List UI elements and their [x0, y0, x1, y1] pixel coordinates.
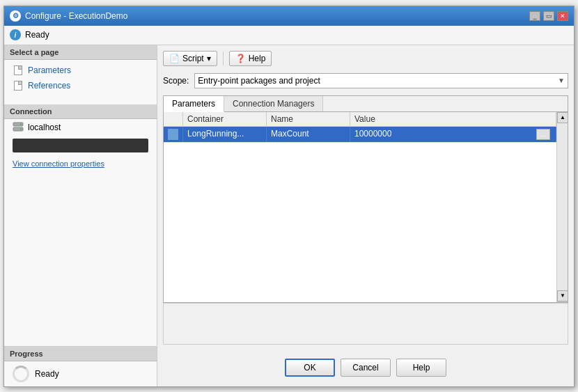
status-text: Ready [25, 30, 49, 40]
view-connection-link[interactable]: View connection properties [4, 155, 157, 172]
script-label: Script [182, 54, 204, 63]
connection-server-row: localhost [4, 119, 157, 136]
progress-section: Progress Ready [4, 346, 157, 386]
sidebar-references-label: References [28, 81, 70, 91]
help-label: Help [249, 54, 266, 63]
main-content: Select a page Parameters References C [4, 45, 574, 386]
toolbar: 📄 Script ▾ ❓ Help [163, 51, 568, 66]
scope-value: Entry-point packages and project [198, 76, 320, 86]
row-container: LongRunning... [183, 127, 267, 142]
spinner-icon [13, 366, 29, 382]
tab-content-wrapper: Container Name Value LongRunning... MaxC… [164, 112, 568, 302]
help-icon: ❓ [235, 54, 246, 63]
script-dropdown-arrow: ▾ [207, 54, 211, 63]
tab-container: Parameters Connection Managers Container… [163, 95, 568, 303]
svg-point-3 [20, 128, 22, 130]
row-selected-indicator [168, 129, 178, 140]
window-title: Configure - ExecutionDemo [25, 11, 127, 21]
title-bar: ⚙ Configure - ExecutionDemo _ ▭ ✕ [4, 6, 574, 26]
col-indicator [164, 112, 183, 126]
close-button[interactable]: ✕ [557, 11, 568, 21]
help-dialog-button[interactable]: Help [396, 359, 446, 377]
ellipsis-button[interactable]: ... [536, 129, 550, 140]
scope-label: Scope: [163, 76, 189, 86]
script-icon: 📄 [169, 54, 180, 63]
help-button[interactable]: ❓ Help [229, 51, 272, 66]
tab-content: Container Name Value LongRunning... MaxC… [164, 112, 556, 302]
restore-button[interactable]: ▭ [543, 11, 554, 21]
tab-parameters[interactable]: Parameters [164, 96, 224, 112]
right-panel: 📄 Script ▾ ❓ Help Scope: Entry-point pac… [157, 45, 574, 386]
connection-section: Connection localhost View connection pro… [4, 104, 157, 343]
row-value-text: 10000000 [354, 129, 391, 139]
app-icon: ⚙ [10, 10, 21, 22]
cancel-label: Cancel [352, 363, 378, 373]
tab-header: Parameters Connection Managers [164, 96, 568, 112]
tab-connection-managers[interactable]: Connection Managers [224, 96, 323, 111]
col-name: Name [267, 112, 350, 126]
cancel-button[interactable]: Cancel [341, 359, 391, 377]
table-scrollbar[interactable]: ▲ ▼ [556, 112, 568, 302]
sidebar: Select a page Parameters References C [4, 45, 157, 386]
col-value: Value [350, 112, 556, 126]
table-row[interactable]: LongRunning... MaxCount 10000000 ... [164, 127, 556, 143]
progress-status: Ready [35, 369, 59, 379]
scroll-down-arrow[interactable]: ▼ [557, 290, 568, 301]
row-value: 10000000 ... [350, 127, 556, 142]
status-bar: i Ready [4, 26, 574, 45]
table-empty-area [164, 143, 556, 302]
help-dialog-label: Help [413, 363, 430, 373]
connection-password-field[interactable] [13, 139, 148, 152]
select-page-title: Select a page [4, 45, 157, 60]
sidebar-items: Parameters References [4, 60, 157, 96]
sidebar-item-references[interactable]: References [4, 78, 157, 93]
svg-point-2 [20, 123, 22, 125]
title-bar-left: ⚙ Configure - ExecutionDemo [10, 10, 127, 22]
sidebar-parameters-label: Parameters [28, 65, 71, 75]
server-icon [13, 122, 24, 133]
table-header: Container Name Value [164, 112, 556, 127]
scroll-track[interactable] [557, 123, 568, 290]
connection-server-name: localhost [28, 123, 61, 132]
progress-item: Ready [4, 361, 157, 386]
scope-row: Scope: Entry-point packages and project … [163, 73, 568, 88]
sidebar-item-parameters[interactable]: Parameters [4, 63, 157, 78]
scope-dropdown[interactable]: Entry-point packages and project ▼ [194, 73, 568, 88]
main-window: ⚙ Configure - ExecutionDemo _ ▭ ✕ i Read… [3, 6, 575, 387]
toolbar-separator [223, 52, 224, 65]
row-indicator-cell [164, 127, 183, 142]
info-icon: i [10, 29, 21, 40]
scope-dropdown-arrow: ▼ [558, 77, 565, 84]
note-area [163, 303, 568, 345]
ok-label: OK [304, 363, 315, 373]
col-container: Container [183, 112, 267, 126]
ok-button[interactable]: OK [285, 359, 335, 377]
window-controls: _ ▭ ✕ [529, 11, 568, 21]
progress-title: Progress [4, 347, 157, 361]
row-name: MaxCount [267, 127, 350, 142]
parameters-icon [13, 65, 24, 76]
references-icon [13, 80, 24, 91]
scroll-up-arrow[interactable]: ▲ [557, 112, 568, 123]
minimize-button[interactable]: _ [529, 11, 540, 21]
script-button[interactable]: 📄 Script ▾ [163, 51, 217, 66]
connection-title: Connection [4, 104, 157, 119]
bottom-buttons: OK Cancel Help [163, 354, 568, 381]
